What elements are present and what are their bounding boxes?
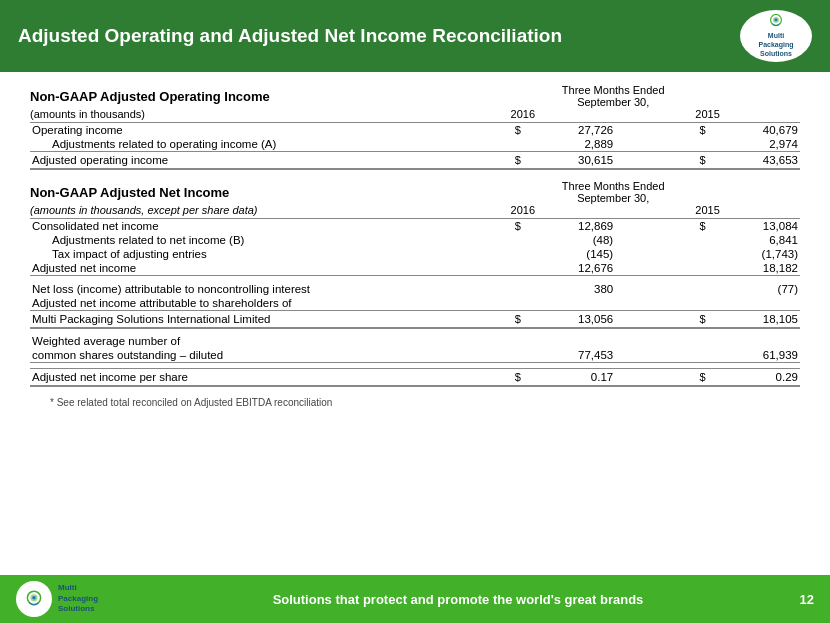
section1-row0: Operating income $ 27,726 $ 40,679 [30, 123, 800, 138]
section1-total-row: Adjusted operating income $ 30,615 $ 43,… [30, 152, 800, 170]
section1: Non-GAAP Adjusted Operating Income Three… [30, 84, 800, 170]
section2-table: (amounts in thousands, except per share … [30, 204, 800, 387]
section1-title: Non-GAAP Adjusted Operating Income [30, 89, 270, 104]
section2-col1: 2016 [430, 204, 615, 219]
section1-col2: 2015 [615, 108, 800, 123]
section2-row-adjustments: Adjustments related to net income (B) (4… [30, 233, 800, 247]
footer-page: 12 [790, 592, 814, 607]
section1-table: (amounts in thousands) 2016 2015 Operati… [30, 108, 800, 170]
footer-tagline: Solutions that protect and promote the w… [126, 592, 790, 607]
section1-year-row: (amounts in thousands) 2016 2015 [30, 108, 800, 123]
main-content: Non-GAAP Adjusted Operating Income Three… [0, 72, 830, 575]
svg-point-5 [32, 596, 36, 600]
section2-amounts-label: (amounts in thousands, except per share … [30, 204, 430, 219]
section1-amounts-label: (amounts in thousands) [30, 108, 430, 123]
header-logo: Multi Packaging Solutions [740, 10, 812, 62]
section2-period: Three Months Ended September 30, [430, 180, 800, 204]
footer-logo-circle [16, 581, 52, 617]
header-title: Adjusted Operating and Adjusted Net Inco… [18, 25, 562, 47]
section1-col1: 2016 [430, 108, 615, 123]
section1-row1: Adjustments related to operating income … [30, 137, 800, 152]
footer-logo-text: Multi Packaging Solutions [58, 583, 98, 614]
section2-row-eps: Adjusted net income per share $ 0.17 $ 0… [30, 368, 800, 386]
section2: Non-GAAP Adjusted Net Income Three Month… [30, 180, 800, 387]
section2-row-tax: Tax impact of adjusting entries (145) (1… [30, 247, 800, 261]
logo-icon [762, 14, 790, 29]
footer-logo-icon [22, 587, 46, 611]
section2-title: Non-GAAP Adjusted Net Income [30, 185, 229, 200]
section2-row-adj-net: Adjusted net income 12,676 18,182 [30, 261, 800, 276]
section2-col2: 2015 [615, 204, 800, 219]
section2-row-weighted2: common shares outstanding – diluted 77,4… [30, 348, 800, 363]
section2-row-netloss: Net loss (income) attributable to noncon… [30, 282, 800, 296]
section2-row-weighted1: Weighted average number of [30, 334, 800, 348]
slide-header: Adjusted Operating and Adjusted Net Inco… [0, 0, 830, 72]
section2-row-mps: Multi Packaging Solutions International … [30, 310, 800, 328]
svg-point-2 [775, 18, 778, 21]
section2-row-attrline1: Adjusted net income attributable to shar… [30, 296, 800, 311]
section2-row-consolidated: Consolidated net income $ 12,869 $ 13,08… [30, 219, 800, 234]
footer-logo: Multi Packaging Solutions [16, 581, 126, 617]
slide-footer: Multi Packaging Solutions Solutions that… [0, 575, 830, 623]
footnote: * See related total reconciled on Adjust… [30, 397, 800, 408]
header-logo-text: Multi Packaging Solutions [758, 31, 793, 58]
section1-period: Three Months Ended September 30, [430, 84, 800, 108]
section2-year-row: (amounts in thousands, except per share … [30, 204, 800, 219]
